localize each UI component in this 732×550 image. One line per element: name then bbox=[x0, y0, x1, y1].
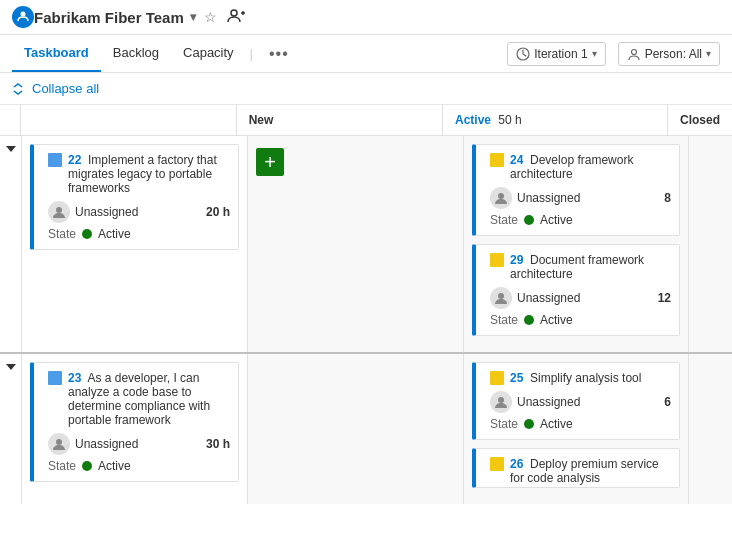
card-24-meta: Unassigned 8 bbox=[484, 187, 671, 209]
nav-capacity[interactable]: Capacity bbox=[171, 35, 246, 72]
task-icon-24 bbox=[490, 153, 504, 167]
top-bar-actions: ☆ bbox=[204, 8, 245, 27]
card-29-title-row: 29 Document framework architecture bbox=[484, 253, 671, 281]
nav-taskboard[interactable]: Taskboard bbox=[12, 35, 101, 72]
card-24-assignee: Unassigned bbox=[490, 187, 580, 209]
backlog-col-header bbox=[21, 105, 237, 135]
task-icon-25 bbox=[490, 371, 504, 385]
card-25-assignee: Unassigned bbox=[490, 391, 580, 413]
lane2-backlog-cell: 23 As a developer, I can analyze a code … bbox=[22, 354, 248, 504]
lane2-toggle[interactable] bbox=[0, 354, 22, 504]
person-filter[interactable]: Person: All ▾ bbox=[618, 42, 720, 66]
nav-backlog[interactable]: Backlog bbox=[101, 35, 171, 72]
card-22-state-text: Active bbox=[98, 227, 131, 241]
lane2-active-cell: 25 Simplify analysis tool Unassigned 6 bbox=[464, 354, 689, 504]
lane1-new-cell: + bbox=[248, 136, 464, 352]
iteration-picker[interactable]: Iteration 1 ▾ bbox=[507, 42, 605, 66]
lane1-chevron-icon bbox=[6, 146, 16, 152]
card-25: 25 Simplify analysis tool Unassigned 6 bbox=[472, 362, 680, 440]
card-25-state-dot bbox=[524, 419, 534, 429]
board-content: 22 Implement a factory that migrates leg… bbox=[0, 136, 732, 550]
card-24-state-label: State bbox=[490, 213, 518, 227]
card-22-assignee: Unassigned bbox=[48, 201, 138, 223]
task-icon-29 bbox=[490, 253, 504, 267]
lane1-active-cell: 24 Develop framework architecture Unassi… bbox=[464, 136, 689, 352]
card-23-meta: Unassigned 30 h bbox=[42, 433, 230, 455]
star-icon[interactable]: ☆ bbox=[204, 9, 217, 25]
card-26-title: Deploy premium service for code analysis bbox=[510, 457, 659, 485]
svg-point-2 bbox=[231, 10, 237, 16]
add-card-button-lane1-new[interactable]: + bbox=[256, 148, 284, 176]
column-headers: New Active 50 h Closed bbox=[0, 105, 732, 136]
card-22-meta: Unassigned 20 h bbox=[42, 201, 230, 223]
person-add-icon[interactable] bbox=[227, 8, 245, 27]
lane1-toggle[interactable] bbox=[0, 136, 22, 352]
svg-point-1 bbox=[21, 12, 26, 17]
card-25-state-row: State Active bbox=[484, 417, 671, 431]
card-23-state-dot bbox=[82, 461, 92, 471]
card-25-title-row: 25 Simplify analysis tool bbox=[484, 371, 671, 385]
card-25-state-label: State bbox=[490, 417, 518, 431]
card-22-state-row: State Active bbox=[42, 227, 230, 241]
card-29-assignee-name: Unassigned bbox=[517, 291, 580, 305]
card-24-hours: 8 bbox=[664, 191, 671, 205]
swim-lane-1: 22 Implement a factory that migrates leg… bbox=[0, 136, 732, 354]
card-29-state-label: State bbox=[490, 313, 518, 327]
toggle-col-header bbox=[0, 105, 21, 135]
card-25-assignee-name: Unassigned bbox=[517, 395, 580, 409]
task-icon-26 bbox=[490, 457, 504, 471]
card-29-title: Document framework architecture bbox=[510, 253, 644, 281]
card-24-state-dot bbox=[524, 215, 534, 225]
lane1-closed-cell bbox=[689, 136, 732, 352]
team-name[interactable]: Fabrikam Fiber Team ▾ bbox=[34, 9, 196, 26]
pbi-icon bbox=[48, 153, 62, 167]
card-22-hours: 20 h bbox=[206, 205, 230, 219]
card-24-state-row: State Active bbox=[484, 213, 671, 227]
card-25-meta: Unassigned 6 bbox=[484, 391, 671, 413]
card-23-assignee: Unassigned bbox=[48, 433, 138, 455]
card-22: 22 Implement a factory that migrates leg… bbox=[30, 144, 239, 250]
card-29-state-dot bbox=[524, 315, 534, 325]
card-24: 24 Develop framework architecture Unassi… bbox=[472, 144, 680, 236]
card-29-avatar bbox=[490, 287, 512, 309]
lane2-new-cell bbox=[248, 354, 464, 504]
card-29: 29 Document framework architecture Unass… bbox=[472, 244, 680, 336]
card-29-state-row: State Active bbox=[484, 313, 671, 327]
card-22-avatar bbox=[48, 201, 70, 223]
lane2-closed-cell bbox=[689, 354, 732, 504]
card-24-title: Develop framework architecture bbox=[510, 153, 633, 181]
card-22-title-row: 22 Implement a factory that migrates leg… bbox=[42, 153, 230, 195]
card-25-avatar bbox=[490, 391, 512, 413]
card-29-assignee: Unassigned bbox=[490, 287, 580, 309]
svg-point-7 bbox=[56, 207, 62, 213]
card-23-avatar bbox=[48, 433, 70, 455]
card-29-meta: Unassigned 12 bbox=[484, 287, 671, 309]
card-23-id: 23 bbox=[68, 371, 81, 385]
top-bar: Fabrikam Fiber Team ▾ ☆ bbox=[0, 0, 732, 35]
card-29-id: 29 bbox=[510, 253, 523, 267]
card-26-id: 26 bbox=[510, 457, 523, 471]
board-toolbar: Collapse all bbox=[0, 73, 732, 105]
card-23-assignee-name: Unassigned bbox=[75, 437, 138, 451]
board: New Active 50 h Closed 22 Implement a fa… bbox=[0, 105, 732, 550]
card-25-state-text: Active bbox=[540, 417, 573, 431]
card-23-state-text: Active bbox=[98, 459, 131, 473]
lane2-chevron-icon bbox=[6, 364, 16, 370]
svg-point-8 bbox=[498, 193, 504, 199]
card-24-avatar bbox=[490, 187, 512, 209]
card-26: 26 Deploy premium service for code analy… bbox=[472, 448, 680, 488]
more-options-button[interactable]: ••• bbox=[257, 37, 301, 71]
collapse-all-button[interactable]: Collapse all bbox=[12, 81, 99, 96]
nav-bar: Taskboard Backlog Capacity | ••• Iterati… bbox=[0, 35, 732, 73]
card-24-assignee-name: Unassigned bbox=[517, 191, 580, 205]
card-29-hours: 12 bbox=[658, 291, 671, 305]
new-col-header: New bbox=[237, 105, 443, 135]
svg-point-10 bbox=[56, 439, 62, 445]
nav-right: Iteration 1 ▾ Person: All ▾ bbox=[507, 42, 720, 66]
card-22-state-dot bbox=[82, 229, 92, 239]
card-23-state-row: State Active bbox=[42, 459, 230, 473]
card-26-title-row: 26 Deploy premium service for code analy… bbox=[484, 457, 671, 485]
card-22-state-label: State bbox=[48, 227, 76, 241]
card-25-title: Simplify analysis tool bbox=[530, 371, 641, 385]
card-23-title-row: 23 As a developer, I can analyze a code … bbox=[42, 371, 230, 427]
